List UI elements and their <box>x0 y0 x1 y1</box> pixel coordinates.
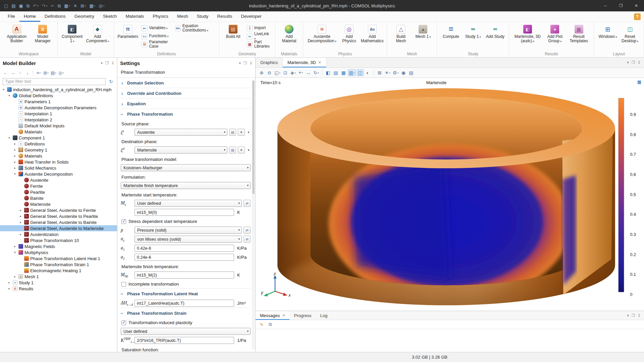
ribbon-tab[interactable]: Developer <box>236 11 266 22</box>
mesh-1-button[interactable]: Mesh 1 <box>413 24 433 40</box>
tree-item[interactable]: General Steel, Austenite to Bainite <box>0 219 117 225</box>
ribbon-tab[interactable]: Study <box>193 11 213 22</box>
ribbon-tab[interactable]: Home <box>19 11 40 22</box>
tab-progress[interactable]: Progress <box>289 311 316 320</box>
tab-messages[interactable]: Messages <box>256 311 289 320</box>
tree-item[interactable]: Austenite <box>0 177 117 183</box>
tree-item[interactable]: Austenite Decomposition Parameters <box>0 105 117 111</box>
functions-button[interactable]: Functions <box>140 32 172 40</box>
maximize-button[interactable]: ❐ <box>613 0 629 11</box>
build-mesh-button[interactable]: Build Mesh <box>390 24 411 44</box>
wireframe-icon[interactable]: ▤ <box>332 70 339 76</box>
phase-list-button[interactable] <box>229 129 236 136</box>
default-view-icon[interactable]: ◈ <box>290 70 297 76</box>
tree-item[interactable]: Martensite <box>0 201 117 207</box>
panel-menu-icon[interactable]: ▾ <box>627 60 629 65</box>
panel-float-icon[interactable]: ❐ <box>632 313 635 318</box>
grid-icon[interactable]: ▦ <box>88 3 97 9</box>
settings-scrollbar[interactable] <box>252 80 255 350</box>
ribbon-tab[interactable]: Sketch <box>99 11 121 22</box>
snapshot-icon[interactable]: ◉ <box>400 70 407 76</box>
zoom-in-icon[interactable]: ⊕ <box>258 70 265 76</box>
destination-phase-select[interactable]: Martensite <box>135 146 227 154</box>
tree-item[interactable]: Results <box>0 286 117 292</box>
phase-menu-button[interactable] <box>247 146 251 154</box>
stress-dependent-checkbox[interactable] <box>121 219 126 224</box>
tree-item[interactable]: Ferrite <box>0 183 117 189</box>
section-override-contribution[interactable]: Override and Contribution <box>121 88 251 98</box>
parameters-button[interactable]: Parameters <box>117 24 138 40</box>
tree-expander-icon[interactable] <box>13 251 17 254</box>
ribbon-tab[interactable]: Definitions <box>40 11 70 22</box>
part-libraries-button[interactable]: Part Libraries <box>245 40 272 48</box>
tree-expander-icon[interactable] <box>13 160 17 164</box>
tree-expander-icon[interactable] <box>7 94 11 97</box>
tree-item[interactable]: Interpolation 1 <box>0 111 117 117</box>
tree-item[interactable]: Bainite <box>0 195 117 201</box>
tree-expander-icon[interactable] <box>18 233 23 236</box>
tree-item[interactable]: Electromagnetic Heating 1 <box>0 267 117 274</box>
exchange-button[interactable] <box>244 236 251 243</box>
panel-pin-icon[interactable]: ↧ <box>250 61 253 65</box>
paste-icon[interactable]: ▦ <box>63 3 71 9</box>
parameter-case-button[interactable]: Parameter Case <box>140 40 172 48</box>
phase-list-button[interactable] <box>229 146 236 154</box>
tree-item[interactable]: induction_hardening_of_a_cylindrical_pin… <box>0 86 117 93</box>
reset-desktop-button[interactable]: Reset Desktop <box>620 24 640 44</box>
tree-item[interactable]: Global Definitions <box>0 93 117 99</box>
tree-item[interactable]: Multiphysics <box>0 249 117 255</box>
back-icon[interactable]: ← <box>2 70 9 76</box>
scene-light-icon[interactable]: ☀ <box>384 70 391 76</box>
close-button[interactable]: ✕ <box>629 0 644 11</box>
environment-icon[interactable]: ◐ <box>365 70 371 76</box>
ribbon-tab[interactable]: File <box>3 11 19 22</box>
ktrip-input[interactable] <box>135 337 234 344</box>
tab-martensite-3d[interactable]: Martensite, 3D <box>283 58 326 67</box>
refresh-icon[interactable]: ↻ <box>108 79 114 84</box>
mises-select[interactable]: von Mises stress (solid) <box>135 236 242 243</box>
split-view-icon[interactable]: ◫ <box>357 69 364 76</box>
section-phase-transformation[interactable]: Phase Transformation <box>121 109 251 119</box>
add-material-button[interactable]: Add Material <box>279 24 300 44</box>
select-icon[interactable]: ⌖ <box>298 69 304 76</box>
tab-log[interactable]: Log <box>316 311 332 320</box>
undo-icon[interactable]: ↶ <box>32 3 40 9</box>
exchange-button[interactable] <box>244 227 251 234</box>
tree-item[interactable]: General Steel, Austenite to Ferrite <box>0 207 117 213</box>
zoom-extents-icon[interactable]: ⊡ <box>282 70 289 76</box>
measure-icon[interactable]: ↔ <box>305 70 312 76</box>
tree-item[interactable]: Mesh 1 <box>0 274 117 280</box>
ribbon-tab[interactable]: Geometry <box>70 11 99 22</box>
tree-expander-icon[interactable] <box>18 215 23 218</box>
delete-icon[interactable]: ✕ <box>72 3 78 9</box>
exchange-button[interactable] <box>244 200 251 207</box>
graphics-settings-icon[interactable]: ⚙ <box>392 70 399 76</box>
ribbon-tab[interactable]: Materials <box>121 11 148 22</box>
section-equation[interactable]: Equation <box>121 98 251 109</box>
add-phase-button[interactable] <box>238 146 245 154</box>
forward-icon[interactable]: → <box>9 70 16 76</box>
find-icon[interactable]: ◎ <box>97 3 106 9</box>
new-icon[interactable]: ▢ <box>3 3 9 9</box>
table-icon[interactable]: ⊞ <box>79 3 87 9</box>
ribbon-tab[interactable]: Mesh <box>173 11 193 22</box>
zoom-box-icon[interactable]: ◱ <box>274 70 281 76</box>
orbit-icon[interactable]: ↻ <box>313 70 320 76</box>
tree-item[interactable]: Default Model Inputs <box>0 123 117 129</box>
add-study-button[interactable]: Add Study <box>485 24 505 40</box>
close-tab-icon[interactable] <box>318 60 321 65</box>
tree-item[interactable]: Interpolation 2 <box>0 117 117 123</box>
panel-float-icon[interactable]: ❐ <box>632 60 635 65</box>
tree-item[interactable]: Phase Transformation 10 <box>0 237 117 243</box>
tree-item[interactable]: Austenite Decomposition <box>0 171 117 177</box>
panel-float-icon[interactable]: ❐ <box>105 61 109 65</box>
plot-mini-icon[interactable]: ▦ <box>637 79 641 84</box>
tree-item[interactable]: Study 1 <box>0 280 117 286</box>
tree-item[interactable]: Solid Mechanics <box>0 165 117 171</box>
minimize-button[interactable]: ─ <box>598 0 613 11</box>
tree-expander-icon[interactable] <box>13 148 17 152</box>
tree-expander-icon[interactable] <box>13 275 17 278</box>
compute-button[interactable]: Compute <box>440 24 461 40</box>
copy-icon[interactable]: ⧉ <box>56 3 62 9</box>
tree-item[interactable]: Heat Transfer in Solids <box>0 159 117 165</box>
